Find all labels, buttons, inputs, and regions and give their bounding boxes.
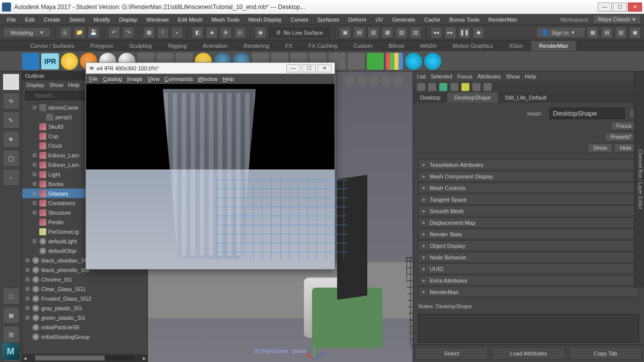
snap-plane-icon[interactable]: ◧ <box>192 27 204 39</box>
ae-section[interactable]: ▸Mesh Controls <box>418 183 639 193</box>
menu-windows[interactable]: Windows <box>142 16 173 24</box>
ae-presets-button[interactable]: Presets* <box>605 132 637 141</box>
ae-tab-still-life[interactable]: Still_Life_Default <box>498 93 554 103</box>
shelf-bake-icon[interactable] <box>348 53 365 70</box>
shelf-tractor-icon[interactable] <box>405 53 422 70</box>
shelf-tab-renderman[interactable]: RenderMan <box>531 41 576 51</box>
ipr-minimize-button[interactable]: — <box>286 64 300 72</box>
outliner-item[interactable]: ⊞gray_plastic_SG <box>22 303 147 313</box>
outliner-hscroll[interactable]: ◂▸ <box>22 354 147 362</box>
playback-key-icon[interactable]: ◆ <box>472 27 485 39</box>
outliner-item[interactable]: initialShadingGroup <box>22 332 147 341</box>
scale-tool-icon[interactable]: ▫ <box>3 169 20 186</box>
outliner-menu-help[interactable]: Help <box>68 82 80 88</box>
ipr-crop-grid[interactable] <box>217 179 348 260</box>
ipr-menu-commands[interactable]: Commands <box>165 76 193 82</box>
ae-tab-desktopshape[interactable]: DesktopShape <box>447 93 498 103</box>
snap-point-icon[interactable]: • <box>171 27 183 39</box>
menu-cache[interactable]: Cache <box>420 16 444 24</box>
shelf-tab-curves[interactable]: Curves / Surfaces <box>22 41 82 51</box>
menu-edit[interactable]: Edit <box>21 16 39 24</box>
new-scene-icon[interactable]: ⎘ <box>59 27 71 39</box>
outliner-item[interactable]: ⊞Frosted_Glass_SG2 <box>22 294 147 303</box>
ipr-canvas[interactable] <box>86 84 335 269</box>
layout-four-icon[interactable]: ▦ <box>3 307 20 324</box>
menu-display[interactable]: Display <box>115 16 141 24</box>
ae-menu-attributes[interactable]: Attributes <box>477 73 501 79</box>
move-tool-icon[interactable]: ✥ <box>3 131 20 148</box>
ae-section[interactable]: ▸Mesh Component Display <box>418 171 639 182</box>
menu-surfaces[interactable]: Surfaces <box>313 16 343 24</box>
workspace-dropdown[interactable]: Maya Classic ▾ <box>593 15 641 24</box>
render-frame-icon[interactable]: ▣ <box>339 27 351 39</box>
ae-icon-shadow[interactable] <box>484 83 492 91</box>
ipr-menu-view[interactable]: View <box>147 76 159 82</box>
menu-mesh-display[interactable]: Mesh Display <box>245 16 286 24</box>
ae-section[interactable]: ▸Tangent Space <box>418 194 639 205</box>
ae-menu-focus[interactable]: Focus <box>457 73 472 79</box>
live-surface-dropdown[interactable]: ⊘No Live Surface <box>269 27 331 38</box>
ae-show-button[interactable]: Show <box>588 143 613 152</box>
playback-pause-icon[interactable]: ❚❚ <box>458 27 470 39</box>
ae-menu-selected[interactable]: Selected <box>431 73 452 79</box>
shelf-archive-icon[interactable] <box>367 53 384 70</box>
lasso-tool-icon[interactable]: ⟲ <box>3 93 20 110</box>
ae-focus-button[interactable]: Focus <box>611 121 637 130</box>
layout-vert-icon[interactable]: ▥ <box>3 326 20 343</box>
menu-generate[interactable]: Generate <box>388 16 419 24</box>
ae-section[interactable]: ▸Node Behavior <box>418 252 639 262</box>
paint-tool-icon[interactable]: ✎ <box>3 112 20 129</box>
menu-select[interactable]: Select <box>65 16 89 24</box>
ae-icon-shade[interactable] <box>439 83 447 91</box>
shelf-stats-icon[interactable] <box>386 53 403 70</box>
menu-curves[interactable]: Curves <box>287 16 312 24</box>
menu-bonus-tools[interactable]: Bonus Tools <box>445 16 484 24</box>
layout-single-icon[interactable]: ▢ <box>3 288 20 305</box>
shelf-light-sun-icon[interactable] <box>61 53 78 70</box>
shelf-tab-mash[interactable]: MASH <box>413 41 445 51</box>
ae-section[interactable]: ▸Object Display <box>418 240 639 251</box>
ae-section[interactable]: ▸Render Stats <box>418 229 639 239</box>
ipr-menu-file[interactable]: File <box>89 76 98 82</box>
menu-file[interactable]: File <box>3 16 20 24</box>
redo-icon[interactable]: ↷ <box>122 27 134 39</box>
ae-menu-show[interactable]: Show <box>506 73 520 79</box>
shelf-tab-bifrost[interactable]: Bifrost <box>380 41 412 51</box>
menu-deform[interactable]: Deform <box>344 16 370 24</box>
snap-center-icon[interactable]: ⊕ <box>220 27 232 39</box>
vp-tex-icon[interactable] <box>393 76 403 85</box>
ae-section[interactable]: ▸Smooth Mesh <box>418 206 639 216</box>
ae-menu-help[interactable]: Help <box>525 73 536 79</box>
shelf-tab-polygons[interactable]: Polygons <box>82 41 121 51</box>
open-scene-icon[interactable]: 📁 <box>73 27 86 39</box>
ae-menu-list[interactable]: List <box>417 73 426 79</box>
shelf-render-icon[interactable] <box>22 53 39 70</box>
ae-notes-field[interactable] <box>418 314 639 342</box>
rotate-tool-icon[interactable]: ◯ <box>3 150 20 167</box>
layout-1-icon[interactable]: ▦ <box>587 27 599 39</box>
outliner-item[interactable]: ⊞Clear_Glass_SG1 <box>22 284 147 294</box>
shelf-tab-fx[interactable]: FX <box>277 41 300 51</box>
ae-icon-wire[interactable] <box>428 83 436 91</box>
outliner-item[interactable]: ⊞Chrome_SG <box>22 275 147 284</box>
ae-section[interactable]: ▸Tessellation Attributes <box>418 159 639 170</box>
ipr-menu-catalog[interactable]: Catalog <box>103 76 122 82</box>
render-layer-icon[interactable]: ▧ <box>395 27 408 39</box>
ae-icon-tex[interactable] <box>450 83 458 91</box>
shelf-tab-animation[interactable]: Animation <box>195 41 235 51</box>
vp-light-icon[interactable] <box>381 76 390 85</box>
select-tool-icon[interactable]: ↖ <box>3 73 20 90</box>
layout-2-icon[interactable]: ▤ <box>601 27 613 39</box>
menu-mesh-tools[interactable]: Mesh Tools <box>207 16 243 24</box>
shelf-tab-rigging[interactable]: Rigging <box>160 41 195 51</box>
ipr-render-window[interactable]: 👁e4 IPR 480x360 100.0%* — ☐ ✕ File Catal… <box>86 62 335 269</box>
ipr-menu-help[interactable]: Help <box>222 76 234 82</box>
ae-copy-tab-button[interactable]: Copy Tab <box>569 347 642 360</box>
vp-wire-icon[interactable] <box>357 76 366 85</box>
shelf-tab-motion-graphics[interactable]: Motion Graphics <box>444 41 501 51</box>
layout-3-icon[interactable]: ▥ <box>615 27 627 39</box>
channel-box-tab[interactable]: Channel Box / Layer Editor <box>634 71 644 288</box>
ae-section[interactable]: ▸RenderMan <box>418 287 639 297</box>
vp-iso-icon[interactable] <box>345 76 354 85</box>
shelf-tab-sculpting[interactable]: Sculpting <box>121 41 160 51</box>
